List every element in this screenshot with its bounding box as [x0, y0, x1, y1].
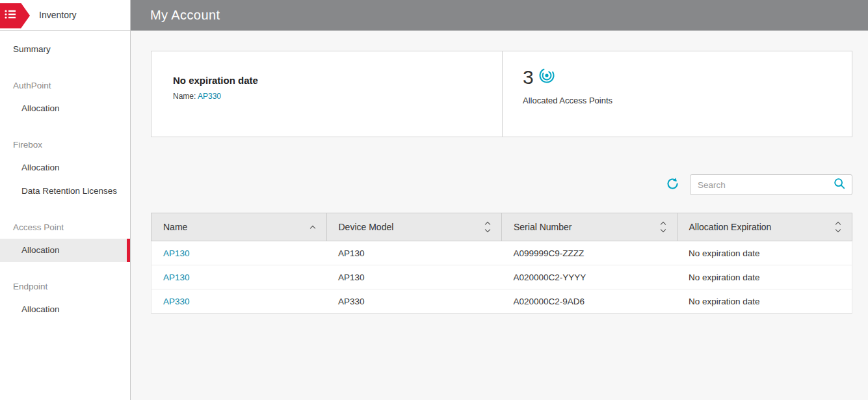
sort-both-icon[interactable]: [836, 222, 840, 232]
allocation-expiration-cell: No expiration date: [677, 289, 852, 313]
allocated-count-card: 3 Allocated Access Points: [503, 51, 852, 137]
allocated-count: 3: [523, 67, 534, 88]
devices-table-wrap: Name Device Model Seri: [151, 213, 852, 313]
search-icon[interactable]: [833, 177, 846, 193]
serial-number-cell: A020000C2-YYYY: [502, 265, 677, 289]
column-header-allocation-expiration[interactable]: Allocation Expiration: [677, 213, 852, 241]
search-box: [690, 174, 852, 195]
device-link[interactable]: AP130: [163, 273, 190, 282]
device-link[interactable]: AP330: [163, 297, 190, 306]
sidebar-item-firebox-allocation[interactable]: Allocation: [0, 156, 130, 180]
column-header-name[interactable]: Name: [151, 213, 327, 241]
device-model-cell: AP130: [326, 241, 502, 265]
device-model-cell: AP130: [326, 265, 502, 289]
sidebar-item-access-point-allocation[interactable]: Allocation: [0, 239, 130, 262]
allocation-expiration-cell: No expiration date: [677, 265, 852, 289]
expiration-card-title: No expiration date: [173, 75, 489, 86]
allocated-count-label: Allocated Access Points: [523, 96, 839, 105]
allocation-expiration-cell: No expiration date: [677, 241, 852, 265]
brand-logo[interactable]: [0, 3, 30, 29]
serial-number-cell: A020000C2-9AD6: [502, 289, 677, 313]
column-label: Serial Number: [514, 222, 572, 232]
sidebar: Inventory Summary AuthPoint Allocation F…: [0, 0, 131, 400]
sidebar-section-endpoint: Endpoint: [0, 276, 130, 298]
sort-asc-icon[interactable]: [311, 224, 315, 230]
content: No expiration date Name: AP330 3: [131, 31, 868, 313]
column-header-serial-number[interactable]: Serial Number: [502, 213, 677, 241]
sidebar-header: Inventory: [0, 0, 130, 31]
summary-cards: No expiration date Name: AP330 3: [151, 51, 852, 137]
column-label: Allocation Expiration: [689, 222, 772, 232]
access-point-icon: [538, 67, 555, 87]
page-title: My Account: [150, 8, 220, 23]
refresh-button[interactable]: [665, 176, 680, 193]
sidebar-item-data-retention-licenses[interactable]: Data Retention Licenses: [0, 180, 130, 203]
app-title: Inventory: [39, 10, 77, 20]
device-model-cell: AP330: [326, 289, 502, 313]
sort-both-icon[interactable]: [661, 222, 665, 232]
sidebar-item-summary[interactable]: Summary: [0, 38, 130, 61]
list-icon: [5, 9, 16, 22]
sidebar-item-authpoint-allocation[interactable]: Allocation: [0, 97, 130, 120]
table-row: AP130 AP130 A099999C9-ZZZZ No expiration…: [151, 241, 852, 265]
sidebar-section-authpoint: AuthPoint: [0, 75, 130, 97]
table-row: AP330 AP330 A020000C2-9AD6 No expiration…: [151, 289, 852, 313]
search-input[interactable]: [698, 180, 833, 190]
column-label: Name: [163, 222, 187, 232]
devices-table: Name Device Model Seri: [151, 213, 852, 313]
table-row: AP130 AP130 A020000C2-YYYY No expiration…: [151, 265, 852, 289]
sidebar-section-access-point: Access Point: [0, 217, 130, 239]
sidebar-nav: Summary AuthPoint Allocation Firebox All…: [0, 31, 130, 321]
table-header-row: Name Device Model Seri: [151, 213, 852, 241]
expiration-card: No expiration date Name: AP330: [151, 51, 503, 137]
column-label: Device Model: [339, 222, 394, 232]
sort-both-icon[interactable]: [486, 222, 490, 232]
name-label: Name:: [173, 92, 196, 101]
serial-number-cell: A099999C9-ZZZZ: [502, 241, 677, 265]
count-row: 3: [523, 67, 839, 88]
expiration-card-name-line: Name: AP330: [173, 92, 489, 101]
main-header: My Account: [131, 0, 868, 31]
device-link[interactable]: AP130: [163, 248, 190, 258]
sidebar-section-firebox: Firebox: [0, 134, 130, 156]
sidebar-item-endpoint-allocation[interactable]: Allocation: [0, 298, 130, 321]
column-header-device-model[interactable]: Device Model: [326, 213, 502, 241]
table-toolbar: [151, 174, 852, 195]
device-name-link[interactable]: AP330: [198, 92, 221, 101]
refresh-icon: [665, 176, 680, 193]
main-area: My Account No expiration date Name: AP33…: [131, 0, 868, 400]
